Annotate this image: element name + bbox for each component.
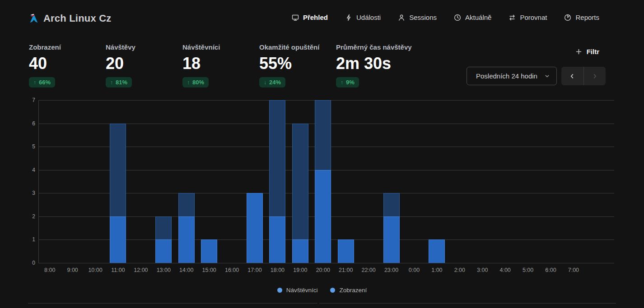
chart-slot-9:00 xyxy=(61,100,84,263)
bar-navstevnici-18:00[interactable] xyxy=(269,216,285,263)
nav-item-porovnat[interactable]: Porovnat xyxy=(509,14,547,21)
x-axis-tick-label: 11:00 xyxy=(107,267,129,273)
y-axis-tick-label: 1 xyxy=(18,236,35,243)
nav-item-label: Události xyxy=(356,14,381,21)
chart-slot-16:00 xyxy=(220,100,243,263)
x-axis-tick-label: 19:00 xyxy=(289,267,312,273)
chevron-down-icon xyxy=(544,73,550,79)
metric-value: 40 xyxy=(29,55,61,72)
metric-card: Návštěvy20↑81% xyxy=(106,43,135,87)
chart-slot-18:00 xyxy=(266,100,289,263)
metric-change-value: 66% xyxy=(39,79,51,86)
bar-navstevnici-15:00[interactable] xyxy=(201,239,217,263)
metric-value: 20 xyxy=(106,55,135,72)
chart-slot-8:00 xyxy=(38,100,61,263)
x-axis-tick-label: 21:00 xyxy=(334,267,357,273)
next-period-button[interactable] xyxy=(584,67,606,85)
nav-item-reports[interactable]: Reports xyxy=(564,14,599,21)
metric-label: Zobrazení xyxy=(29,43,61,51)
chart-plot-area xyxy=(38,100,614,263)
lightning-icon xyxy=(345,14,352,21)
metric-value: 2m 30s xyxy=(336,55,412,72)
clock-icon xyxy=(454,14,461,21)
x-axis-tick-label: 22:00 xyxy=(357,267,380,273)
metric-label: Průměrný čas návštěvy xyxy=(336,43,412,51)
x-axis-tick-label: 7:00 xyxy=(562,267,585,273)
bar-navstevnici-17:00[interactable] xyxy=(247,193,263,263)
bar-navstevnici-21:00[interactable] xyxy=(338,239,354,263)
bar-navstevnici-1:00[interactable] xyxy=(429,239,445,263)
filter-button-label: Filtr xyxy=(587,48,599,55)
chart-slot-13:00 xyxy=(152,100,175,263)
x-axis-tick-label: 15:00 xyxy=(198,267,220,273)
y-axis-tick-label: 6 xyxy=(18,120,35,127)
chart-slot-2:00 xyxy=(448,100,471,263)
gridline xyxy=(38,263,614,263)
x-axis-tick-label: 12:00 xyxy=(130,267,152,273)
add-filter-button[interactable]: Filtr xyxy=(575,48,599,55)
bar-navstevnici-11:00[interactable] xyxy=(110,216,126,263)
pie-chart-icon xyxy=(564,14,571,21)
chart-slot-10:00 xyxy=(84,100,107,263)
prev-period-button[interactable] xyxy=(561,67,584,85)
x-axis-tick-label: 10:00 xyxy=(84,267,107,273)
date-range-select[interactable]: Posledních 24 hodin xyxy=(467,67,557,85)
chart-bars xyxy=(38,100,585,263)
arrow-up-icon: ↑ xyxy=(187,79,190,86)
nav-item-prehled[interactable]: Přehled xyxy=(292,14,328,21)
chart-slot-19:00 xyxy=(289,100,312,263)
arrow-up-icon: ↑ xyxy=(110,79,113,86)
bar-navstevnici-13:00[interactable] xyxy=(155,239,172,263)
chart-slot-15:00 xyxy=(198,100,220,263)
chart-slot-3:00 xyxy=(471,100,494,263)
chart-slot-23:00 xyxy=(380,100,402,263)
metric-change-value: 81% xyxy=(116,79,127,86)
metric-change-badge: ↑81% xyxy=(106,77,132,87)
legend-label: Návštěvníci xyxy=(286,287,318,294)
chart-slot-20:00 xyxy=(312,100,334,263)
y-axis-tick-label: 0 xyxy=(18,259,35,267)
arrow-down-icon: ↓ xyxy=(264,79,266,86)
x-axis-tick-label: 5:00 xyxy=(517,267,539,273)
plus-icon xyxy=(575,48,582,55)
y-axis-tick-label: 4 xyxy=(18,166,35,174)
chart-slot-6:00 xyxy=(539,100,562,263)
bar-navstevnici-23:00[interactable] xyxy=(383,216,400,263)
chart-slot-4:00 xyxy=(494,100,516,263)
compare-arrows-icon xyxy=(509,14,516,21)
metric-change-badge: ↑9% xyxy=(336,77,359,87)
bar-navstevnici-19:00[interactable] xyxy=(292,239,308,263)
monitor-icon xyxy=(292,14,299,21)
chart-slot-7:00 xyxy=(562,100,585,263)
bar-navstevnici-20:00[interactable] xyxy=(315,170,331,263)
legend-dot-icon xyxy=(277,288,282,293)
panel-divider xyxy=(319,303,616,303)
legend-dot-icon xyxy=(330,288,335,293)
x-axis-tick-label: 6:00 xyxy=(539,267,562,273)
metric-change-value: 9% xyxy=(346,79,355,86)
y-axis-tick-label: 7 xyxy=(18,97,35,104)
metric-card: Návštěvníci18↑80% xyxy=(182,43,220,87)
nav-item-label: Porovnat xyxy=(520,14,547,21)
chart-slot-1:00 xyxy=(425,100,448,263)
arrow-up-icon: ↑ xyxy=(33,79,36,86)
metric-change-badge: ↑80% xyxy=(182,77,209,87)
chevron-left-icon xyxy=(569,73,575,79)
nav-item-aktualne[interactable]: Aktuálně xyxy=(454,14,491,21)
metric-change-badge: ↑66% xyxy=(29,77,55,87)
metric-change-badge: ↓24% xyxy=(259,77,285,87)
legend-item-navstevnici[interactable]: Návštěvníci xyxy=(277,287,318,294)
x-axis-tick-label: 16:00 xyxy=(220,267,243,273)
main-nav: PřehledUdálostiSessionsAktuálněPorovnatR… xyxy=(292,14,599,21)
legend-item-zobrazeni[interactable]: Zobrazení xyxy=(330,287,367,294)
metric-label: Návštěvníci xyxy=(182,43,220,51)
x-axis-tick-label: 2:00 xyxy=(448,267,471,273)
x-axis-tick-label: 1:00 xyxy=(425,267,448,273)
nav-item-sessions[interactable]: Sessions xyxy=(398,14,437,21)
nav-item-udalosti[interactable]: Události xyxy=(345,14,381,21)
chevron-right-icon xyxy=(592,73,598,79)
y-axis-tick-label: 2 xyxy=(18,213,35,220)
bar-navstevnici-14:00[interactable] xyxy=(178,216,195,263)
brand: Arch Linux Cz xyxy=(29,13,112,24)
x-axis-tick-label: 4:00 xyxy=(494,267,516,273)
